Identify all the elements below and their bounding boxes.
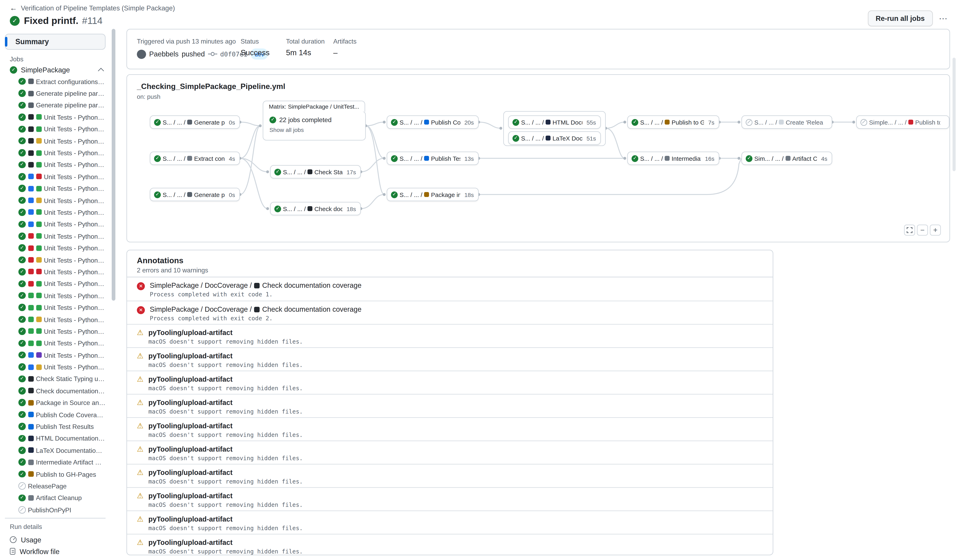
sidebar-job[interactable]: HTML Documentation using ... — [0, 432, 110, 444]
workflow-job-node[interactable]: S... / ... / Generate pipelin... 0s — [150, 115, 240, 129]
sidebar-job[interactable]: Unit Tests - Python 3.13 — [0, 337, 110, 349]
annotation-row[interactable]: SimplePackage / DocCoverage / Check docu… — [127, 301, 773, 324]
sidebar-job[interactable]: Publish Test Results — [0, 420, 110, 432]
success-icon — [19, 351, 25, 359]
sidebar-job[interactable]: Unit Tests - Python 3.13 — [0, 278, 110, 290]
kebab-menu-button[interactable]: ⋯ — [936, 11, 950, 27]
node-name: HTML Docume... — [553, 119, 582, 125]
sidebar-job[interactable]: Unit Tests - Python 3.12 — [0, 325, 110, 337]
workflow-job-node[interactable]: S... / ... / LaTeX Docume... 51s — [508, 131, 601, 145]
workflow-job-node[interactable]: S... / ... / Generate pipelin... 0s — [150, 188, 240, 201]
sidebar-job[interactable]: Unit Tests - Python 3.12 — [0, 147, 110, 159]
chevron-up-icon[interactable] — [98, 68, 104, 74]
sidebar-job[interactable]: Extract configurations from p... — [0, 75, 110, 87]
workflow-job-node[interactable]: Simple... / ... / Publish to PyPI — [856, 115, 950, 129]
sidebar-job[interactable]: LaTeX Documentation using ... — [0, 444, 110, 456]
breadcrumb[interactable]: ← Verification of Pipeline Templates (Si… — [10, 4, 946, 12]
app-root: ← Verification of Pipeline Templates (Si… — [0, 0, 956, 560]
job-os-icon — [28, 245, 33, 251]
workflow-job-node[interactable]: Sim... / ... / Artifact Cleanup 4s — [741, 152, 832, 165]
sidebar-job[interactable]: Check Static Typing using Pyt... — [0, 373, 110, 385]
workflow-job-node[interactable]: S... / ... / Check Static Ty... 17s — [270, 165, 361, 179]
zoom-out-button[interactable]: − — [917, 224, 928, 235]
sidebar-job[interactable]: Unit Tests - Python 3.10 — [0, 183, 110, 195]
sidebar-job[interactable]: Generate pipeline parameters — [0, 87, 110, 99]
page-scrollbar-thumb[interactable] — [952, 58, 955, 171]
annotation-row[interactable]: pyTooling/upload-artifact macOS doesn't … — [127, 347, 773, 370]
duration-value: 5m 14s — [286, 49, 333, 58]
sidebar-job[interactable]: Unit Tests - Python 3.13 — [0, 159, 110, 171]
sidebar-job[interactable]: Unit Tests - Python 3.10 — [0, 301, 110, 313]
page-scrollbar[interactable] — [952, 58, 956, 560]
breadcrumb-text[interactable]: Verification of Pipeline Templates (Simp… — [21, 4, 175, 12]
success-icon — [19, 375, 25, 383]
sidebar-job[interactable]: Check documentation covera... — [0, 385, 110, 397]
fullscreen-button[interactable] — [904, 224, 915, 235]
node-job-icon — [546, 120, 551, 125]
annotation-row[interactable]: pyTooling/upload-artifact macOS doesn't … — [127, 324, 773, 347]
sidebar-group-simplepackage[interactable]: SimplePackage — [0, 64, 110, 75]
job-label: Unit Tests - Python 3.10 — [44, 125, 106, 133]
rerun-all-jobs-button[interactable]: Re-run all jobs — [868, 11, 933, 27]
avatar[interactable] — [137, 50, 146, 59]
sidebar-job[interactable]: Unit Tests - Python 3.10 — [0, 242, 110, 254]
matrix-box[interactable]: 22 jobs completed Show all jobs — [263, 111, 366, 141]
workflow-job-node[interactable]: S... / ... / HTML Docume... 55s — [508, 115, 601, 129]
annotation-row[interactable]: pyTooling/upload-artifact macOS doesn't … — [127, 394, 773, 417]
annotation-row[interactable]: pyTooling/upload-artifact macOS doesn't … — [127, 534, 773, 555]
node-duration: 13s — [462, 155, 474, 162]
success-icon — [19, 221, 25, 228]
sidebar-job[interactable]: Unit Tests - Python 3.11 — [0, 135, 110, 147]
annotation-row[interactable]: pyTooling/upload-artifact macOS doesn't … — [127, 417, 773, 441]
actor-name[interactable]: Paebbels — [149, 50, 179, 59]
trigger-column: Triggered via push 13 minutes ago Paebbe… — [137, 38, 241, 63]
status-label: Status — [241, 38, 286, 45]
annotation-row[interactable]: pyTooling/upload-artifact macOS doesn't … — [127, 370, 773, 394]
show-all-jobs-link[interactable]: Show all jobs — [269, 126, 359, 133]
sidebar-job[interactable]: Unit Tests - Python 3.9 — [0, 230, 110, 242]
workflow-job-node[interactable]: S... / ... / Check docume... 18s — [270, 202, 361, 215]
zoom-in-button[interactable]: + — [930, 224, 941, 235]
annotation-row[interactable]: pyTooling/upload-artifact macOS doesn't … — [127, 464, 773, 487]
sidebar-job[interactable]: Intermediate Artifact Cleanup — [0, 456, 110, 468]
annotation-message: macOS doesn't support removing hidden fi… — [148, 361, 303, 369]
sidebar-job[interactable]: Unit Tests - Python 3.10 — [0, 123, 110, 135]
sidebar-job[interactable]: Unit Tests - Python 3.12 — [0, 361, 110, 373]
annotation-row[interactable]: pyTooling/upload-artifact macOS doesn't … — [127, 510, 773, 534]
sidebar-job[interactable]: Publish to GH-Pages — [0, 468, 110, 480]
sidebar-job[interactable]: Unit Tests - Python 3.13 — [0, 218, 110, 230]
sidebar-job[interactable]: Publish Code Coverage Results — [0, 409, 110, 420]
back-arrow-icon[interactable]: ← — [10, 4, 17, 12]
matrix-tab[interactable]: Matrix: SimplePackage / UnitTest... — [263, 100, 365, 112]
sidebar-job[interactable]: Unit Tests - Python 3.11 — [0, 313, 110, 325]
sidebar-scrollbar-thumb[interactable] — [112, 29, 115, 301]
sidebar-job[interactable]: Package in Source and Wheel... — [0, 397, 110, 409]
workflow-job-node[interactable]: S... / ... / Intermediate A... 16s — [627, 152, 719, 165]
sidebar-job[interactable]: Unit Tests - Python 3.9 — [0, 290, 110, 301]
sidebar-job[interactable]: Unit Tests - Python 3.9 — [0, 171, 110, 182]
workflow-job-node[interactable]: S... / ... / Publish Test Re... 13s — [387, 152, 479, 165]
sidebar-job[interactable]: Unit Tests - Python 3.12 — [0, 206, 110, 218]
sidebar-job[interactable]: Unit Tests - Python 3.11 — [0, 195, 110, 206]
annotation-row[interactable]: pyTooling/upload-artifact macOS doesn't … — [127, 487, 773, 510]
sidebar-item-usage[interactable]: Usage — [10, 534, 105, 546]
sidebar-job[interactable]: Unit Tests - Python 3.12 — [0, 266, 110, 278]
workflow-job-node[interactable]: S... / ... / Publish Code C... 20s — [387, 115, 479, 129]
sidebar-job[interactable]: Unit Tests - Python 3.9 — [0, 111, 110, 123]
workflow-job-node[interactable]: S... / ... / Package in Sou... 18s — [387, 188, 479, 201]
warning-icon — [137, 399, 143, 407]
sidebar-job[interactable]: Generate pipeline parameters — [0, 99, 110, 111]
sidebar-item-summary[interactable]: Summary — [5, 34, 105, 50]
annotation-row[interactable]: SimplePackage / DocCoverage / Check docu… — [127, 277, 773, 301]
annotation-row[interactable]: pyTooling/upload-artifact macOS doesn't … — [127, 441, 773, 464]
sidebar-job[interactable]: PublishOnPyPI — [0, 504, 110, 516]
workflow-job-node[interactable]: S... / ... / Extract configur... 4s — [150, 152, 240, 165]
workflow-job-node[interactable]: S... / ... / Publish to GH-P... 7s — [627, 115, 719, 129]
sidebar-scrollbar[interactable] — [110, 29, 116, 560]
sidebar-item-workflow-file[interactable]: Workflow file — [10, 546, 105, 557]
sidebar-job[interactable]: Artifact Cleanup — [0, 492, 110, 504]
sidebar-job[interactable]: Unit Tests - Python 3.11 — [0, 254, 110, 266]
workflow-job-node[interactable]: S... / ... / Create 'Release Pa... — [741, 115, 832, 129]
sidebar-job[interactable]: ReleasePage — [0, 480, 110, 492]
sidebar-job[interactable]: Unit Tests - Python 3.12 — [0, 349, 110, 361]
